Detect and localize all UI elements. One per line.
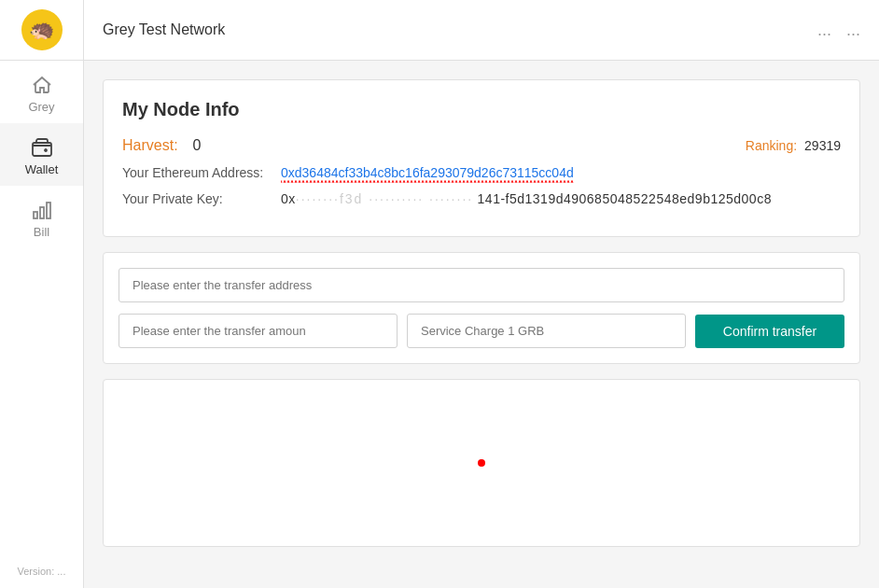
ranking-label: Ranking: bbox=[746, 138, 797, 153]
sidebar-item-bill-label: Bill bbox=[34, 225, 49, 239]
header-title: Grey Test Network bbox=[103, 21, 225, 38]
service-charge-input[interactable] bbox=[407, 314, 686, 348]
sidebar-logo: 🦔 bbox=[0, 0, 84, 61]
sidebar-item-grey[interactable]: Grey bbox=[0, 61, 83, 123]
transfer-row: Confirm transfer bbox=[119, 314, 844, 348]
sidebar-item-bill[interactable]: Bill bbox=[0, 186, 83, 248]
transfer-address-input[interactable] bbox=[119, 268, 844, 302]
main-area: Grey Test Network ... ... My Node Info H… bbox=[84, 0, 879, 588]
harvest-section: Harvest: 0 bbox=[122, 137, 201, 154]
harvest-value: 0 bbox=[193, 137, 202, 154]
svg-rect-1 bbox=[34, 212, 37, 218]
transfer-amount-input[interactable] bbox=[119, 314, 398, 348]
node-info-card: My Node Info Harvest: 0 Ranking: 29319 Y… bbox=[103, 79, 860, 237]
version-label: Version: ... bbox=[0, 566, 83, 577]
header-dots-left[interactable]: ... bbox=[817, 21, 831, 40]
header-dots-right[interactable]: ... bbox=[846, 21, 860, 40]
sidebar: 🦔 Grey Wallet Bill Version: ... bbox=[0, 0, 84, 588]
wallet-icon bbox=[31, 136, 53, 159]
ranking-section: Ranking: 29319 bbox=[746, 138, 841, 153]
sidebar-item-wallet-label: Wallet bbox=[25, 162, 59, 176]
lower-card bbox=[103, 379, 860, 547]
node-info-title: My Node Info bbox=[122, 99, 841, 120]
confirm-transfer-button[interactable]: Confirm transfer bbox=[695, 315, 844, 348]
private-key-row: Your Private Key: 0x········f3d ········… bbox=[122, 191, 841, 206]
eth-address-label: Your Ethereum Address: bbox=[122, 165, 281, 180]
harvest-ranking-row: Harvest: 0 Ranking: 29319 bbox=[122, 137, 841, 154]
red-dot-indicator bbox=[478, 459, 485, 467]
content-area: My Node Info Harvest: 0 Ranking: 29319 Y… bbox=[84, 61, 879, 588]
sidebar-item-grey-label: Grey bbox=[28, 100, 54, 114]
header-actions: ... ... bbox=[817, 21, 860, 40]
sidebar-item-wallet[interactable]: Wallet bbox=[0, 123, 83, 186]
eth-address-value: 0xd36484cf33b4c8bc16fa293079d26c73115cc0… bbox=[281, 165, 574, 180]
transfer-card: Confirm transfer bbox=[103, 252, 860, 364]
svg-rect-3 bbox=[47, 203, 50, 218]
logo-icon: 🦔 bbox=[21, 9, 63, 50]
chart-icon bbox=[31, 199, 53, 221]
private-key-label: Your Private Key: bbox=[122, 191, 281, 206]
harvest-label: Harvest: bbox=[122, 137, 178, 154]
svg-rect-2 bbox=[40, 207, 44, 218]
header: Grey Test Network ... ... bbox=[84, 0, 879, 61]
private-key-value: 0x········f3d ·········· ········ 141-f5… bbox=[281, 191, 772, 206]
eth-address-row: Your Ethereum Address: 0xd36484cf33b4c8b… bbox=[122, 165, 841, 180]
ranking-value: 29319 bbox=[804, 138, 841, 153]
home-icon bbox=[31, 74, 53, 96]
